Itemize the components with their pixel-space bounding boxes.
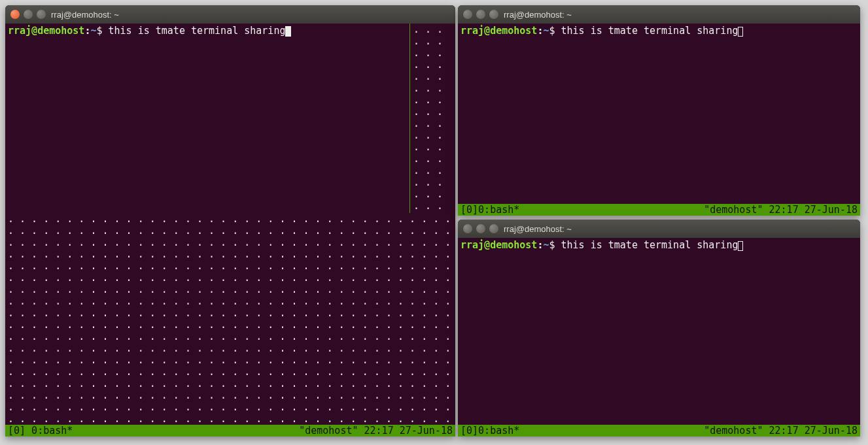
inactive-region-bottom: . . . . . . . . . . . . . . . . . . . . … [8, 213, 453, 423]
prompt-dollar: $ [549, 239, 555, 251]
inactive-region-right: . . . . . . . . . . . . . . . . . . . . … [413, 24, 455, 212]
prompt-dollar: $ [549, 25, 555, 37]
titlebar[interactable]: rraj@demohost: ~ [5, 5, 455, 24]
command-text: this is tmate terminal sharing [555, 239, 738, 251]
maximize-icon[interactable] [489, 10, 498, 19]
tmux-statusbar: [0]0:bash* "demohost" 22:17 27-Jun-18 [458, 425, 860, 437]
close-icon[interactable] [10, 10, 20, 19]
terminal-window-left[interactable]: rraj@demohost: ~ rraj@demohost:~$ this i… [5, 5, 455, 437]
statusbar-right: "demohost" 22:17 27-Jun-18 [704, 425, 858, 437]
window-title: rraj@demohost: ~ [504, 10, 572, 20]
window-title: rraj@demohost: ~ [504, 224, 572, 234]
cursor-icon [738, 241, 743, 251]
prompt-user: rraj@demohost [460, 25, 537, 37]
close-icon[interactable] [463, 224, 472, 233]
prompt-user: rraj@demohost [460, 239, 537, 251]
titlebar[interactable]: rraj@demohost: ~ [458, 220, 860, 238]
terminal-body[interactable]: rraj@demohost:~$ this is tmate terminal … [458, 238, 860, 437]
cursor-icon [285, 26, 291, 37]
cursor-icon [738, 27, 743, 37]
minimize-icon[interactable] [476, 10, 485, 19]
command-text: this is tmate terminal sharing [555, 25, 738, 37]
statusbar-right: "demohost" 22:17 27-Jun-18 [299, 425, 453, 437]
window-title: rraj@demohost: ~ [51, 10, 119, 20]
statusbar-left: [0]0:bash* [460, 425, 519, 437]
prompt-dollar: $ [96, 25, 102, 37]
window-controls [463, 10, 498, 19]
prompt-user: rraj@demohost [8, 25, 84, 37]
terminal-window-top-right[interactable]: rraj@demohost: ~ rraj@demohost:~$ this i… [458, 5, 860, 216]
command-text: this is tmate terminal sharing [103, 25, 286, 37]
titlebar[interactable]: rraj@demohost: ~ [458, 5, 860, 24]
terminal-content[interactable]: rraj@demohost:~$ this is tmate terminal … [458, 238, 860, 437]
minimize-icon[interactable] [476, 224, 485, 233]
close-icon[interactable] [463, 10, 472, 19]
statusbar-right: "demohost" 22:17 27-Jun-18 [704, 204, 858, 216]
terminal-content[interactable]: rraj@demohost:~$ this is tmate terminal … [458, 24, 860, 216]
window-controls [463, 224, 498, 233]
tmux-statusbar: [0]0:bash* "demohost" 22:17 27-Jun-18 [458, 204, 860, 216]
minimize-icon[interactable] [24, 10, 33, 19]
tmux-statusbar: [0] 0:bash* "demohost" 22:17 27-Jun-18 [5, 425, 455, 437]
statusbar-left: [0] 0:bash* [8, 425, 73, 437]
statusbar-left: [0]0:bash* [460, 204, 519, 216]
terminal-body[interactable]: rraj@demohost:~$ this is tmate terminal … [458, 24, 860, 216]
terminal-window-bottom-right[interactable]: rraj@demohost: ~ rraj@demohost:~$ this i… [458, 220, 860, 437]
maximize-icon[interactable] [37, 10, 46, 19]
terminal-body[interactable]: rraj@demohost:~$ this is tmate terminal … [5, 24, 455, 437]
window-controls [10, 10, 46, 19]
maximize-icon[interactable] [489, 224, 498, 233]
pane-divider [409, 24, 410, 213]
